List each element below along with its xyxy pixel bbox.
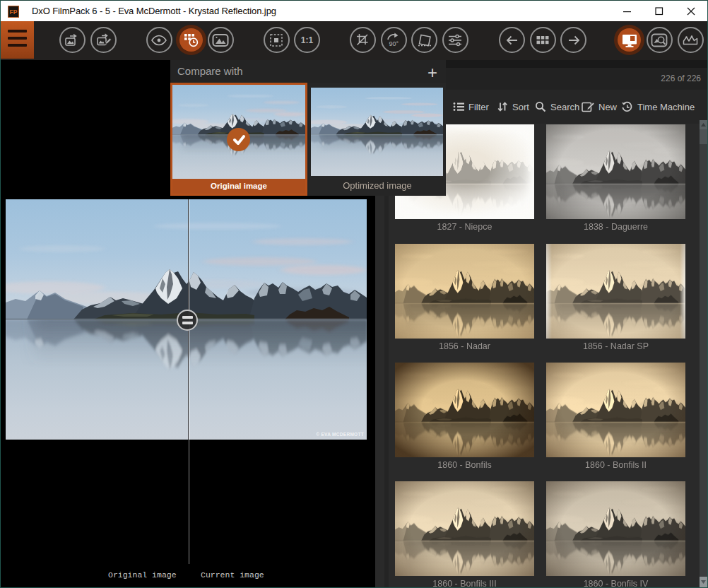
svg-text:90°: 90° — [389, 40, 399, 47]
